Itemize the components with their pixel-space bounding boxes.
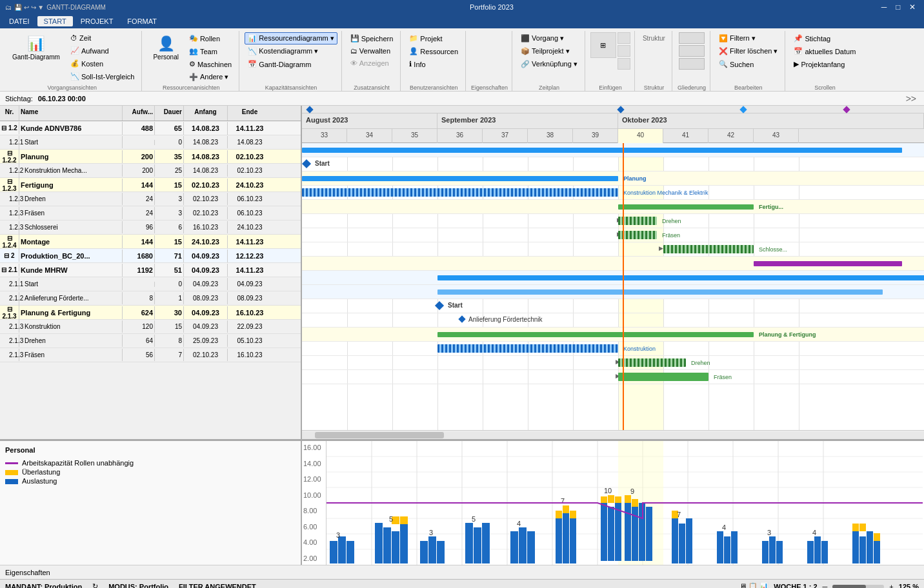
- scroll-area[interactable]: [302, 430, 924, 439]
- table-row[interactable]: ⊟ 2.1.3 Planung & Fertigung 624 30 04.09…: [0, 306, 301, 320]
- einfugen-3[interactable]: [618, 58, 630, 70]
- svg-text:10: 10: [604, 487, 612, 495]
- group-label-4: Zusatzansicht: [354, 84, 390, 91]
- verknupfung-button[interactable]: 🔗 Verknüpfung ▾: [517, 58, 581, 70]
- row-dauer: 15: [155, 235, 184, 248]
- filter-loschen-button[interactable]: ❌ Filter löschen ▾: [716, 45, 781, 57]
- ribbon-content-12: 📌 Stichtag 📅 aktuelles Datum ▶ Projektan…: [790, 32, 859, 83]
- table-row[interactable]: ⊟ 1.2.3 Fertigung 144 15 02.10.23 24.10.…: [0, 178, 301, 192]
- table-row[interactable]: 2.1.1 Start 0 04.09.23 04.09.23: [0, 277, 301, 291]
- table-row[interactable]: 1.2.2 Konstruktion Mecha... 200 25 14.08…: [0, 164, 301, 178]
- table-row[interactable]: 1.2.3 Fräsen 24 3 02.10.23 06.10.23: [0, 206, 301, 220]
- svg-rect-19: [330, 541, 337, 564]
- ribbon-content-7: ⬛ Vorgang ▾ 📦 Teilprojekt ▾ 🔗 Verknüpfun…: [517, 32, 581, 83]
- svg-rect-80: [859, 536, 866, 564]
- stichtag-scroll-button[interactable]: 📌 Stichtag: [790, 32, 859, 44]
- table-row[interactable]: 2.1.2 Anlieferung Förderte... 8 1 08.09.…: [0, 291, 301, 306]
- maschinen-button[interactable]: ⚙ Maschinen: [186, 58, 235, 70]
- zoom-slider[interactable]: [832, 585, 884, 589]
- zeit-button[interactable]: ⏱ Zeit: [67, 32, 138, 44]
- rollen-button[interactable]: 🎭 Rollen: [186, 32, 235, 44]
- anzeigen-button[interactable]: 👁 Anzeigen: [347, 57, 397, 69]
- y-label-12: 12.00: [303, 475, 325, 483]
- gliederung-3[interactable]: [679, 58, 705, 70]
- window-title: Portfolio 2023: [470, 3, 514, 11]
- table-row[interactable]: 1.2.1 Start 0 14.08.23 14.08.23: [0, 135, 301, 150]
- gantt-diagramm-button[interactable]: 📊 Gantt-Diagramm: [6, 32, 66, 64]
- window-controls: ─ □ ✕: [878, 1, 919, 13]
- svg-text:3: 3: [429, 529, 433, 536]
- table-row[interactable]: 1.2.3 Schlosserei 96 6 16.10.23 24.10.23: [0, 220, 301, 235]
- personal-button[interactable]: 👤 Personal: [147, 32, 184, 64]
- svg-rect-21: [346, 541, 354, 564]
- gantt-row-10: [302, 285, 924, 299]
- col-header-nr: Nr.: [0, 106, 19, 121]
- app-title: GANTT-DIAGRAMM: [46, 4, 106, 11]
- einfugen-grid[interactable]: ⊞: [590, 32, 616, 58]
- filtern-button[interactable]: 🔽 Filtern ▾: [716, 32, 781, 44]
- table-row[interactable]: 2.1.3 Drehen 64 8 25.09.23 05.10.23: [0, 334, 301, 348]
- projekt-button[interactable]: 📁 Projekt: [406, 32, 461, 44]
- row-auf: [123, 140, 155, 145]
- row-name: Kunde ADNVB786: [19, 122, 123, 135]
- refresh-icon[interactable]: ↻: [92, 582, 98, 588]
- row-nr: 1.2.3: [0, 193, 19, 205]
- menu-format[interactable]: FORMAT: [121, 16, 163, 26]
- andere-button[interactable]: ➕ Andere ▾: [186, 71, 235, 83]
- info-button[interactable]: ℹ Info: [406, 58, 461, 70]
- team-button[interactable]: 👥 Team: [186, 45, 235, 57]
- table-row[interactable]: ⊟ 1.2.2 Planung 200 35 14.08.23 02.10.23: [0, 150, 301, 164]
- scrollbar-thumb[interactable]: [315, 432, 444, 438]
- maximize-button[interactable]: □: [892, 1, 905, 13]
- einfugen-1[interactable]: [618, 32, 630, 44]
- close-button[interactable]: ✕: [906, 1, 919, 13]
- aktuelles-datum-button[interactable]: 📅 aktuelles Datum: [790, 45, 859, 57]
- gliederung-2[interactable]: [679, 45, 705, 57]
- table-row[interactable]: 2.1.3 Fräsen 56 7 02.10.23 16.10.23: [0, 348, 301, 362]
- minimize-button[interactable]: ─: [878, 1, 890, 13]
- aufwand-button[interactable]: 📈 Aufwand: [67, 44, 138, 57]
- ressourcen-button[interactable]: 👤 Ressourcen: [406, 45, 461, 57]
- nav-arrow-right[interactable]: >>: [903, 93, 919, 104]
- gantt-small-button[interactable]: 📅 Gantt-Diagramm: [245, 58, 337, 70]
- table-row[interactable]: ⊟ 1.2.4 Montage 144 15 24.10.23 14.11.23: [0, 235, 301, 249]
- menu-projekt[interactable]: PROJEKT: [74, 16, 120, 26]
- vorgang-button[interactable]: ⬛ Vorgang ▾: [517, 32, 581, 44]
- svg-text:7: 7: [677, 511, 681, 518]
- week-36: 36: [437, 129, 483, 144]
- gliederung-1[interactable]: [679, 32, 705, 44]
- ribbon-content-8: ⊞: [590, 32, 630, 83]
- row-name: Drehen: [19, 335, 123, 347]
- kosten-button[interactable]: 💰 Kosten: [67, 57, 138, 70]
- row-auf: 56: [123, 349, 155, 361]
- table-row[interactable]: ⊟ 1.2 Kunde ADNVB786 488 65 14.08.23 14.…: [0, 121, 301, 135]
- projektanfang-button[interactable]: ▶ Projektanfang: [790, 58, 859, 70]
- verwalten-button[interactable]: 🗂 Verwalten: [347, 45, 397, 57]
- table-row[interactable]: 1.2.3 Drehen 24 3 02.10.23 06.10.23: [0, 192, 301, 206]
- table-row[interactable]: ⊟ 2.1 Kunde MHRW 1192 51 04.09.23 14.11.…: [0, 263, 301, 277]
- kostendiagramm-button[interactable]: 📉 Kostendiagramm ▾: [245, 45, 337, 57]
- aktuelles-datum-icon: 📅: [794, 47, 803, 55]
- table-row[interactable]: 2.1.3 Konstruktion 120 15 04.09.23 22.09…: [0, 320, 301, 334]
- legend-color-3: [5, 479, 18, 484]
- table-row[interactable]: ⊟ 2 Produktion_BC_20... 1680 71 04.09.23…: [0, 249, 301, 263]
- stichtag-bar: Stichtag: 06.10.23 00:00 >>: [0, 92, 924, 106]
- row-auf: 200: [123, 150, 155, 163]
- einfugen-2[interactable]: [618, 45, 630, 57]
- speichern-button[interactable]: 💾 Speichern: [347, 32, 397, 44]
- suchen-button[interactable]: 🔍 Suchen: [716, 58, 781, 70]
- zoom-minus-button[interactable]: ─: [823, 583, 828, 589]
- menu-start[interactable]: START: [37, 16, 73, 26]
- sollIst-button[interactable]: 📉 Soll-Ist-Vergleich: [67, 70, 138, 83]
- gantt-row-12: Anlieferung Fördertechnik: [302, 313, 924, 328]
- teilprojekt-button[interactable]: 📦 Teilprojekt ▾: [517, 45, 581, 57]
- label-frasen2: Fräsen: [714, 374, 732, 380]
- ribbon-col-5: 📁 Projekt 👤 Ressourcen ℹ Info: [406, 32, 461, 70]
- row-ende: 05.10.23: [228, 335, 272, 347]
- menu-datei[interactable]: DATEI: [3, 16, 36, 26]
- zoom-plus-button[interactable]: +: [889, 583, 893, 589]
- ressourcendiagramm-button[interactable]: 📊 Ressourcendiagramm ▾: [245, 32, 337, 44]
- week-42: 42: [708, 129, 754, 144]
- group-label-6: Eigenschaften: [471, 84, 508, 91]
- ribbon: 📊 Gantt-Diagramm ⏱ Zeit 📈 Aufwand 💰 Kost…: [0, 28, 924, 92]
